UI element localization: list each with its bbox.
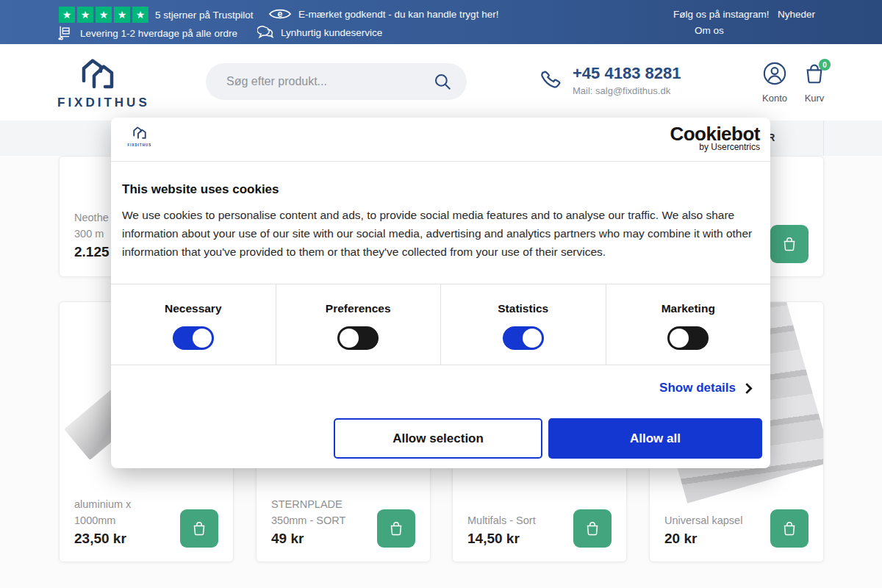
phone-number[interactable]: +45 4183 8281 — [573, 65, 681, 82]
product-title: aluminium x — [74, 496, 131, 512]
chat-bubbles-icon — [257, 25, 274, 40]
dialog-site-logo: FIXDITHUS — [123, 126, 157, 147]
cart-label: Kurv — [798, 93, 831, 104]
add-to-cart-button[interactable] — [770, 509, 808, 548]
bag-icon — [781, 520, 798, 537]
necessary-toggle[interactable] — [173, 326, 214, 350]
product-title: STERNPLADE — [271, 496, 345, 512]
toggle-knob — [340, 329, 359, 348]
category-label: Marketing — [606, 302, 771, 315]
cookie-dialog-title: This website uses cookies — [122, 182, 279, 197]
search-input[interactable] — [226, 75, 433, 88]
cookie-dialog-description: We use cookies to personalise content an… — [122, 206, 760, 261]
product-title: Neothe — [74, 209, 110, 226]
product-title-line2: 350mm - SORT — [271, 512, 345, 528]
product-price: 20 kr — [664, 531, 742, 547]
product-price: 49 kr — [271, 531, 345, 547]
account-icon — [763, 62, 786, 85]
cookie-consent-dialog: FIXDITHUS Cookiebot by Usercentrics This… — [111, 118, 770, 468]
add-to-cart-button[interactable] — [377, 509, 415, 548]
site-logo[interactable]: FIXDITHUS — [57, 57, 138, 110]
account-label: Konto — [759, 93, 791, 104]
toggle-knob — [670, 329, 689, 348]
delivery-info: Levering 1-2 hverdage på alle ordre — [57, 25, 237, 41]
bag-icon — [584, 520, 601, 537]
delivery-trolley-icon — [57, 25, 74, 41]
statistics-toggle[interactable] — [503, 326, 544, 350]
top-info-bar: ★★★★★ 5 stjerner på Trustpilot Levering … — [0, 0, 882, 44]
allow-all-button[interactable]: Allow all — [548, 418, 762, 459]
add-to-cart-button[interactable] — [573, 509, 612, 548]
bag-icon — [781, 235, 798, 253]
cookiebot-branding: Cookiebot by Usercentrics — [670, 124, 760, 152]
category-label: Statistics — [441, 302, 606, 315]
emaerket-info: e E-mærket godkendt - du kan handle tryg… — [268, 6, 498, 22]
nav-divider — [823, 121, 824, 156]
svg-text:e: e — [278, 9, 283, 19]
consent-categories: Necessary Preferences Statistics Marketi… — [111, 284, 770, 365]
marketing-toggle[interactable] — [667, 326, 709, 350]
show-details-label: Show details — [659, 381, 736, 395]
house-logo-icon — [78, 57, 118, 90]
search-icon[interactable] — [433, 72, 452, 91]
product-title-line2: 1000mm — [74, 512, 131, 528]
trustpilot-rating[interactable]: ★★★★★ 5 stjerner på Trustpilot — [59, 7, 254, 23]
cookiebot-wordmark: Cookiebot — [670, 124, 760, 143]
product-price: 14,50 kr — [467, 531, 536, 547]
bag-icon — [190, 520, 208, 537]
preferences-toggle[interactable] — [337, 326, 379, 350]
cookie-dialog-header: FIXDITHUS Cookiebot by Usercentrics — [111, 118, 770, 162]
cookie-dialog-buttons: Allow selection Allow all — [334, 418, 762, 459]
instagram-link[interactable]: Følg os på instagram! — [673, 9, 770, 20]
add-to-cart-button[interactable] — [770, 225, 808, 263]
contact-block: +45 4183 8281 Mail: salg@fixdithus.dk — [539, 65, 681, 96]
news-link[interactable]: Nyheder — [778, 9, 815, 20]
consent-category-preferences: Preferences — [276, 284, 441, 365]
house-logo-icon — [132, 126, 148, 140]
service-label: Lynhurtig kundeservice — [281, 27, 382, 38]
category-label: Preferences — [276, 302, 441, 315]
search-box — [206, 63, 467, 100]
bag-icon — [387, 520, 405, 537]
product-price: 2.125 — [74, 244, 110, 260]
mail-line[interactable]: Mail: salg@fixdithus.dk — [573, 85, 681, 96]
toggle-knob — [193, 329, 212, 348]
allow-selection-button[interactable]: Allow selection — [334, 418, 542, 459]
service-info: Lynhurtig kundeservice — [257, 25, 382, 40]
site-header: FIXDITHUS +45 4183 8281 Mail: salg@fixdi… — [0, 44, 882, 121]
consent-category-statistics: Statistics — [440, 284, 606, 365]
trustpilot-stars-icon: ★★★★★ — [59, 7, 148, 23]
product-title: Multifals - Sort — [467, 512, 536, 528]
show-details-link[interactable]: Show details — [659, 381, 753, 395]
toggle-knob — [523, 329, 542, 348]
dialog-site-logo-text: FIXDITHUS — [123, 143, 157, 147]
consent-category-marketing: Marketing — [606, 284, 771, 365]
emaerket-eye-icon: e — [268, 6, 292, 22]
add-to-cart-button[interactable] — [180, 509, 218, 548]
delivery-label: Levering 1-2 hverdage på alle ordre — [80, 28, 237, 39]
emaerket-label: E-mærket godkendt - du kan handle trygt … — [298, 9, 498, 20]
product-title: Universal kapsel — [664, 512, 742, 528]
cart-button[interactable]: 0 Kurv — [798, 62, 831, 104]
about-link[interactable]: Om os — [695, 25, 724, 36]
consent-category-necessary: Necessary — [111, 284, 276, 365]
account-button[interactable]: Konto — [759, 62, 791, 104]
cart-count-badge: 0 — [819, 59, 831, 71]
category-label: Necessary — [111, 302, 276, 315]
product-price: 23,50 kr — [74, 531, 131, 547]
phone-icon — [537, 66, 565, 94]
chevron-right-icon — [745, 382, 753, 395]
brand-wordmark: FIXDITHUS — [57, 96, 138, 110]
trustpilot-label: 5 stjerner på Trustpilot — [155, 10, 254, 21]
product-title-line2: 300 m — [74, 226, 110, 242]
